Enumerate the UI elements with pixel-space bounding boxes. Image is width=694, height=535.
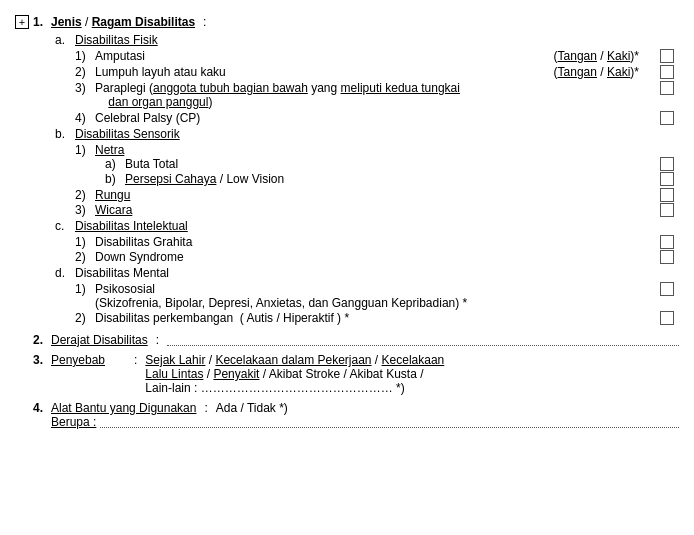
cb-buta-total[interactable]: [660, 157, 674, 171]
cb-psikososial[interactable]: [660, 282, 674, 296]
jenis-label: Jenis: [51, 15, 82, 29]
sub-c-label: c.: [55, 219, 75, 233]
section-1: 1. Jenis / Ragam Disabilitas : a. Disabi…: [33, 15, 679, 325]
item-amputasi: 1) Amputasi (Tangan / Kaki)*: [75, 49, 679, 63]
section-3: 3. Penyebab : Sejak Lahir / Kecelakaan d…: [33, 353, 679, 395]
item-psikososial: Psikososial: [95, 282, 679, 296]
cb-lumpuh[interactable]: [660, 65, 674, 79]
item-perkembangan: Disabilitas perkembangan ( Autis / Hiper…: [95, 311, 349, 325]
derajat-label: Derajat Disabilitas: [51, 333, 148, 347]
disabilitas-intelektual-label: Disabilitas Intelektual: [75, 219, 188, 233]
sub-d-label: d.: [55, 266, 75, 280]
item-rungu: Rungu: [95, 188, 130, 202]
section-2: 2. Derajat Disabilitas :: [33, 333, 679, 347]
sub-a-label: a.: [55, 33, 75, 47]
cb-paraplegi[interactable]: [660, 81, 674, 95]
derajat-dotted: [167, 345, 679, 346]
cb-perkembangan[interactable]: [660, 311, 674, 325]
item-lumpuh: 2) Lumpuh layuh atau kaku (Tangan / Kaki…: [75, 65, 679, 79]
cb-persepsi-cahaya[interactable]: [660, 172, 674, 186]
expand-icon[interactable]: +: [15, 15, 29, 29]
item-netra: Netra: [95, 143, 679, 157]
disabilitas-fisik-label: Disabilitas Fisik: [75, 33, 158, 47]
cb-grahita[interactable]: [660, 235, 674, 249]
cb-wicara[interactable]: [660, 203, 674, 217]
penyebab-content: Sejak Lahir / Kecelakaan dalam Pekerjaan…: [145, 353, 679, 395]
sub-b-label: b.: [55, 127, 75, 141]
section-4-num: 4.: [33, 401, 51, 415]
berupa-label: Berupa :: [51, 415, 96, 429]
section-4: 4. Alat Bantu yang Digunakan : Ada / Tid…: [33, 401, 679, 429]
cb-amputasi[interactable]: [660, 49, 674, 63]
section-3-num: 3.: [33, 353, 51, 367]
penyebab-label: Penyebab: [51, 353, 126, 367]
cb-down-syndrome[interactable]: [660, 250, 674, 264]
cb-rungu[interactable]: [660, 188, 674, 202]
berupa-dotted: [100, 427, 679, 428]
disabilitas-mental-label: Disabilitas Mental: [75, 266, 169, 280]
section-1-title: Jenis / Ragam Disabilitas: [51, 15, 195, 29]
alat-bantu-value: Ada / Tidak *): [216, 401, 288, 415]
alat-bantu-label: Alat Bantu yang Digunakan: [51, 401, 196, 415]
item-down-syndrome: Down Syndrome: [95, 250, 184, 264]
ragam-label: Ragam Disabilitas: [92, 15, 195, 29]
item-wicara: Wicara: [95, 203, 132, 217]
disabilitas-sensorik-label: Disabilitas Sensorik: [75, 127, 180, 141]
item-cerebral: Celebral Palsy (CP): [95, 111, 679, 125]
item-grahita: Disabilitas Grahita: [95, 235, 192, 249]
section-1-num: 1.: [33, 15, 51, 29]
section-2-num: 2.: [33, 333, 51, 347]
cb-cerebral[interactable]: [660, 111, 674, 125]
item-paraplegi: Paraplegi (anggota tubuh bagian bawah ya…: [95, 81, 679, 109]
